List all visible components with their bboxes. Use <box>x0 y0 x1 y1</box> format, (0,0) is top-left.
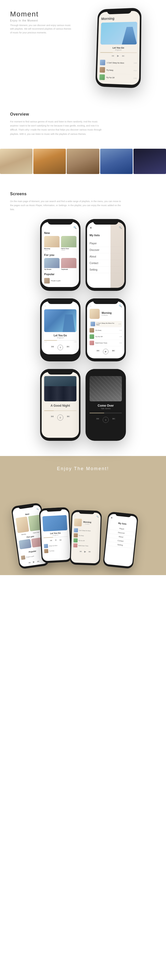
bottom-phone-4-wrap: ✕ My lists Player Discover About Contact… <box>103 512 139 569</box>
prev-icon[interactable]: ⏮ <box>79 550 82 553</box>
playlist-item-dur: 3:40 <box>134 62 137 64</box>
foryou-row: My Dream Daybreak <box>44 258 76 270</box>
play-icon[interactable]: ▶ <box>117 54 119 57</box>
mini-controls: ⏮ ▶ ⏭ <box>73 550 97 554</box>
photo-grid <box>0 144 166 179</box>
next-icon[interactable]: ⏭ <box>112 349 115 354</box>
track-info: Sleep No More <box>49 545 57 547</box>
track-info: Fly Far Off <box>79 540 84 541</box>
next-icon[interactable]: ⏭ <box>67 415 70 421</box>
bottom-phone-2: ← Let You Go Englund ⏮ ⏸ ⏭ <box>39 507 72 563</box>
foryou-card[interactable]: My Dream <box>44 258 60 270</box>
mini-album-name: Morning <box>83 521 91 523</box>
play-button[interactable]: ▶ <box>103 349 109 354</box>
mini-morning-header: Morning 6 tracks <box>74 519 99 527</box>
track-thumb <box>73 544 78 548</box>
mini-close-icon[interactable]: ✕ <box>111 517 113 519</box>
player-album-screen: ← Let You Go Englund 1:24 3:40 ⏮ <box>42 301 79 354</box>
phones-row-2: ← Let You Go Englund 1:24 3:40 ⏮ <box>10 298 156 361</box>
new-img-morning <box>44 236 60 247</box>
pause-button[interactable]: ⏸ <box>103 417 109 423</box>
mini-screen-2: ← Let You Go Englund ⏮ ⏸ ⏭ <box>40 509 71 562</box>
close-icon[interactable]: ✕ <box>90 226 92 230</box>
night-phone: A Good Night ⏮ ⏸ ⏭ <box>40 369 81 441</box>
back-icon[interactable]: ← <box>90 304 92 307</box>
mini-new-row: Morning Fall & Over <box>16 515 42 536</box>
pause-icon[interactable]: ⏸ <box>54 539 57 541</box>
popular-item[interactable]: People is gold <box>44 277 76 285</box>
photo-door <box>66 149 99 174</box>
track-thumb <box>90 334 94 339</box>
prev-icon[interactable]: ⏮ <box>28 561 30 564</box>
pause-button[interactable]: ⏸ <box>57 345 63 350</box>
search-icon[interactable]: 🔍 <box>119 304 122 307</box>
player-controls: ⏮ ⏸ ⏭ <box>44 345 76 350</box>
playlist-item-dur: 4:12 <box>134 70 137 72</box>
bottom-phones: 🔍 New Morning Fall & Over For you <box>10 479 156 568</box>
mini-album-morning <box>16 516 29 533</box>
overview-section: Overview For moment to find various genr… <box>0 99 166 144</box>
prev-icon[interactable]: ⏮ <box>51 415 54 421</box>
mini-back-icon[interactable]: ← <box>74 515 76 517</box>
new-img-fallover <box>61 236 76 247</box>
list-item[interactable]: 1 Can't Sleep No More For Beat 3:40 <box>90 321 122 327</box>
track-name: Fly Away <box>95 329 118 331</box>
track-thumb <box>44 544 48 548</box>
current-time: 1:24 <box>44 341 47 343</box>
player-progress-bar[interactable] <box>44 340 76 340</box>
foryou-img-2 <box>61 258 76 268</box>
list-item[interactable]: Build Down Trees <box>73 543 98 549</box>
enjoy-section: Enjoy The Moment! 🔍 New Morning <box>0 456 166 575</box>
play-icon[interactable]: ▶ <box>33 561 35 563</box>
mini-foryou-card[interactable] <box>19 539 32 550</box>
track-duration: 5:02 <box>119 342 122 344</box>
next-icon[interactable]: ⏭ <box>122 54 125 57</box>
comeover-progress[interactable] <box>90 413 122 413</box>
list-item: Fly Away 4:12 <box>100 66 137 75</box>
section-foryou-label: For you <box>44 253 76 256</box>
list-item: 1 Can't Sleep No More 3:40 <box>100 59 137 67</box>
search-icon[interactable]: 🔍 <box>73 226 76 229</box>
mini-search-icon[interactable]: 🔍 <box>36 508 39 511</box>
list-item[interactable]: Fly Far Off 3:28 <box>90 334 122 340</box>
next-icon[interactable]: ⏭ <box>112 417 115 423</box>
playlist-album-subtitle: 6 tracks <box>102 314 112 316</box>
playlist-album-thumb <box>90 309 100 319</box>
mini-progress-bar[interactable] <box>43 536 68 538</box>
player-playlist-phone: ← 🔍 Morning 6 tracks 1 Can't Sleep N <box>85 298 126 361</box>
night-progress-fill <box>44 410 54 411</box>
night-controls: ⏮ ⏸ ⏭ <box>44 415 76 421</box>
list-item[interactable]: Fly Away <box>44 547 69 554</box>
new-card[interactable]: Fall & Over Various <box>61 236 76 251</box>
list-item[interactable]: Build Down Trees 5:02 <box>90 340 122 346</box>
prev-icon[interactable]: ⏮ <box>96 349 100 354</box>
playlist-item-name: Fly Far Off <box>106 76 132 79</box>
player-controls: ⏮ ▶ ⏭ <box>90 349 122 354</box>
mini-new-card[interactable]: Morning <box>16 516 30 536</box>
night-progress[interactable] <box>44 410 76 411</box>
next-icon[interactable]: ⏭ <box>59 539 62 541</box>
pause-button[interactable]: ⏸ <box>57 415 63 421</box>
new-card[interactable]: Morning Various <box>44 236 60 251</box>
next-icon[interactable]: ⏭ <box>66 345 70 350</box>
next-icon[interactable]: ⏭ <box>37 560 40 563</box>
bottom-phone-4: ✕ My lists Player Discover About Contact… <box>103 512 139 569</box>
back-icon[interactable]: ← <box>44 304 76 307</box>
new-artist-morning: Various <box>44 249 60 251</box>
total-time: 3:40 <box>74 341 76 343</box>
mini-progress-fill <box>43 537 53 538</box>
list-item[interactable]: Fly Away 4:12 <box>90 327 122 334</box>
mini-screen-3: ← 🔍 Morning 6 tracks Can't Sleep No More <box>71 512 101 563</box>
player-artist: Englund <box>44 337 76 339</box>
app-tagline: Enjoy In the Moment <box>10 19 73 22</box>
play-icon[interactable]: ▶ <box>84 550 86 553</box>
prev-icon[interactable]: ⏮ <box>96 417 99 423</box>
playlist-item-dur: 3:28 <box>133 77 136 79</box>
next-icon[interactable]: ⏭ <box>89 550 91 553</box>
prev-icon[interactable]: ⏮ <box>50 539 52 542</box>
foryou-card[interactable]: Daybreak <box>61 258 76 270</box>
mini-back[interactable]: ← <box>42 512 66 515</box>
prev-icon[interactable]: ⏮ <box>51 345 54 350</box>
prev-icon[interactable]: ⏮ <box>112 54 114 57</box>
mini-search-icon[interactable]: 🔍 <box>96 516 99 518</box>
